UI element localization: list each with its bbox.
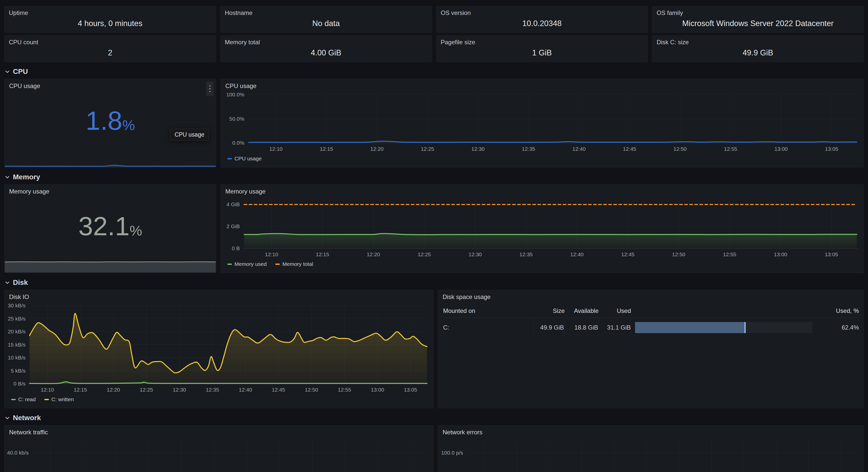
dashboard: Uptime 4 hours, 0 minutes Hostname No da…: [0, 0, 868, 472]
disk-space-table: Mounted on Size Available Used Used, % C…: [443, 304, 859, 337]
stat-value: No data: [223, 15, 429, 31]
col-header-available[interactable]: Available: [565, 304, 598, 318]
network-traffic-chart-panel: Network traffic 12:1012:1512:2012:2512:3…: [4, 425, 433, 472]
svg-text:12:45: 12:45: [621, 251, 634, 257]
legend-item[interactable]: C: written: [44, 396, 74, 402]
svg-text:12:55: 12:55: [723, 251, 736, 257]
memory-usage-chart-panel: Memory usage 12:1012:1512:2012:2512:3012…: [221, 184, 864, 273]
svg-text:25 kB/s: 25 kB/s: [8, 316, 26, 322]
legend-item[interactable]: Memory used: [227, 261, 267, 267]
svg-text:13:00: 13:00: [774, 146, 788, 152]
svg-text:100.0%: 100.0%: [226, 92, 244, 97]
cpu-usage-value: 1.8%: [5, 87, 216, 155]
network-errors-plot[interactable]: 12:1012:1512:2012:2512:3012:3512:4012:45…: [438, 437, 863, 472]
legend-label: CPU usage: [235, 156, 261, 162]
cell-size: 49.9 GiB: [534, 318, 564, 337]
svg-text:12:50: 12:50: [673, 146, 687, 152]
cpu-usage-gauge-panel: CPU usage 1.8% CPU usage: [4, 79, 216, 167]
stats-grid: Uptime 4 hours, 0 minutes Hostname No da…: [4, 6, 864, 62]
legend-swatch-icon: [275, 264, 280, 265]
section-header-memory[interactable]: Memory: [5, 173, 863, 181]
cpu-usage-chart-panel: CPU usage 12:1012:1512:2012:2512:3012:35…: [221, 79, 864, 167]
disk-io-plot[interactable]: 12:1012:1512:2012:2512:3012:3512:4012:45…: [5, 302, 433, 395]
svg-text:4 GiB: 4 GiB: [226, 201, 240, 207]
memory-usage-value: 32.1%: [5, 192, 216, 260]
svg-text:12:15: 12:15: [316, 251, 329, 257]
legend-label: C: read: [18, 396, 36, 402]
svg-text:13:00: 13:00: [774, 251, 787, 257]
chevron-down-icon: [5, 174, 10, 179]
disk-usage-bar-track: [635, 322, 812, 333]
stat-panel-os-version: OS version 10.0.20348: [436, 6, 648, 33]
svg-text:12:55: 12:55: [338, 387, 351, 393]
network-traffic-plot[interactable]: 12:1012:1512:2012:2512:3012:3512:4012:45…: [5, 437, 433, 472]
legend-item[interactable]: Memory total: [275, 261, 313, 267]
legend-item[interactable]: CPU usage: [227, 156, 261, 162]
svg-text:20 kB/s: 20 kB/s: [8, 329, 26, 334]
svg-text:12:45: 12:45: [272, 387, 285, 393]
stat-value: 4.00 GiB: [223, 45, 429, 61]
svg-text:50.0%: 50.0%: [229, 116, 244, 122]
svg-text:12:35: 12:35: [519, 251, 533, 257]
svg-text:12:55: 12:55: [724, 146, 737, 152]
svg-text:5 kB/s: 5 kB/s: [11, 368, 26, 374]
stat-value: Microsoft Windows Server 2022 Datacenter: [655, 15, 861, 31]
svg-text:12:25: 12:25: [417, 251, 431, 257]
memory-usage-chart: 12:1012:1512:2012:2512:3012:3512:4012:45…: [221, 196, 863, 260]
network-errors-chart: 12:1012:1512:2012:2512:3012:3512:4012:45…: [438, 437, 863, 472]
section-title-network: Network: [13, 414, 41, 422]
col-header-bar: [631, 304, 816, 318]
svg-text:12:15: 12:15: [320, 146, 333, 152]
panel-title[interactable]: Memory usage: [221, 184, 863, 196]
chevron-down-icon: [5, 415, 10, 420]
svg-text:12:20: 12:20: [367, 251, 380, 257]
cpu-usage-chart: 12:1012:1512:2012:2512:3012:3512:4012:45…: [221, 91, 863, 155]
table-header-row: Mounted on Size Available Used Used, %: [443, 304, 859, 318]
svg-text:2 GiB: 2 GiB: [226, 223, 240, 229]
memory-usage-plot[interactable]: 12:1012:1512:2012:2512:3012:3512:4012:45…: [221, 196, 863, 260]
stat-panel-hostname: Hostname No data: [220, 6, 432, 33]
col-header-size[interactable]: Size: [535, 304, 565, 318]
section-header-cpu[interactable]: CPU: [5, 68, 863, 76]
svg-text:12:30: 12:30: [471, 146, 485, 152]
legend-item[interactable]: C: read: [11, 396, 36, 402]
svg-text:12:35: 12:35: [522, 146, 535, 152]
section-header-disk[interactable]: Disk: [5, 278, 863, 286]
svg-text:12:40: 12:40: [572, 146, 586, 152]
panel-title[interactable]: Disk IO: [5, 290, 433, 302]
cell-used: 31.1 GiB: [598, 318, 631, 337]
cpu-usage-plot[interactable]: 12:1012:1512:2012:2512:3012:3512:4012:45…: [221, 91, 863, 155]
col-header-used[interactable]: Used: [598, 304, 631, 318]
stat-panel-uptime: Uptime 4 hours, 0 minutes: [4, 6, 216, 33]
col-header-used-pct[interactable]: Used, %: [816, 304, 859, 318]
stat-value: 2: [7, 45, 213, 61]
disk-io-chart: 12:1012:1512:2012:2512:3012:3512:4012:45…: [5, 302, 433, 395]
svg-text:12:25: 12:25: [421, 146, 434, 152]
stat-panel-os-family: OS family Microsoft Windows Server 2022 …: [652, 6, 864, 33]
col-header-mounted-on[interactable]: Mounted on: [443, 304, 535, 318]
legend-swatch-icon: [11, 399, 16, 400]
stat-value: 10.0.20348: [439, 15, 645, 31]
series-tooltip: CPU usage: [170, 129, 209, 141]
svg-text:12:40: 12:40: [239, 387, 252, 393]
svg-text:12:35: 12:35: [206, 387, 219, 393]
section-title-disk: Disk: [13, 278, 28, 286]
panel-title[interactable]: Network traffic: [5, 426, 433, 437]
stat-value: 4 hours, 0 minutes: [7, 15, 213, 31]
stat-value: 49.9 GiB: [655, 45, 861, 61]
svg-text:12:50: 12:50: [672, 251, 685, 257]
chevron-down-icon: [5, 280, 10, 285]
svg-text:12:30: 12:30: [468, 251, 482, 257]
svg-text:12:15: 12:15: [74, 387, 87, 393]
network-errors-chart-panel: Network errors 12:1012:1512:2012:2512:30…: [438, 425, 864, 472]
panel-title[interactable]: Network errors: [438, 426, 863, 437]
stat-value: 1 GiB: [439, 45, 645, 61]
svg-text:12:40: 12:40: [570, 251, 584, 257]
svg-text:12:25: 12:25: [140, 387, 153, 393]
section-title-memory: Memory: [13, 173, 40, 181]
section-header-network[interactable]: Network: [5, 414, 863, 422]
svg-text:13:05: 13:05: [825, 251, 838, 257]
panel-title[interactable]: Disk space usage: [438, 290, 863, 302]
svg-text:12:10: 12:10: [269, 146, 283, 152]
panel-title[interactable]: CPU usage: [221, 79, 863, 91]
